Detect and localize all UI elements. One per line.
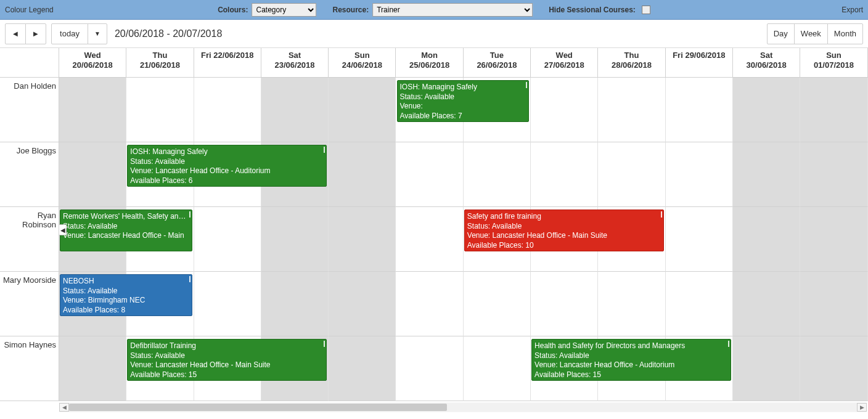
- timeslot-cell[interactable]: [329, 207, 396, 272]
- resource-cell: Simon Haynes: [0, 336, 59, 401]
- timeslot-cell[interactable]: [800, 272, 867, 336]
- prev-button[interactable]: ◀: [5, 23, 26, 44]
- timeslot-cell[interactable]: [666, 207, 733, 272]
- topbar-controls: Colours: Category Resource: Trainer Hide…: [218, 3, 650, 17]
- timeslot-cell[interactable]: [733, 142, 800, 207]
- chevron-left-icon: ◀: [13, 30, 18, 37]
- resource-cell: Ryan Robinson: [0, 207, 59, 272]
- column-header: Sun24/06/2018: [329, 48, 396, 78]
- column-header: Sat23/06/2018: [261, 48, 329, 78]
- column-header: Mon25/06/2018: [396, 48, 463, 78]
- today-dropdown-button[interactable]: ▼: [88, 23, 107, 44]
- timeslot-cell[interactable]: [733, 336, 800, 401]
- timeslot-cell[interactable]: [800, 142, 867, 207]
- timeslot-cell[interactable]: [261, 78, 329, 142]
- timeslot-cell[interactable]: [329, 142, 396, 207]
- nav-button-group: ◀ ▶: [5, 23, 46, 44]
- colours-label: Colours:: [218, 6, 248, 14]
- timeslot-cell[interactable]: [800, 78, 867, 142]
- timeslot-cell[interactable]: [464, 272, 531, 336]
- chevron-right-icon: ▶: [33, 30, 38, 37]
- timeslot-cell[interactable]: [464, 336, 531, 401]
- calendar-event[interactable]: Defibrillator TrainingStatus: AvailableV…: [127, 339, 327, 381]
- horizontal-scrollbar[interactable]: ◀ ▶: [59, 402, 867, 412]
- hide-sessional-label: Hide Sessional Courses:: [549, 6, 636, 14]
- timeslot-cell[interactable]: [531, 142, 598, 207]
- export-link[interactable]: Export: [841, 6, 863, 14]
- timeslot-cell[interactable]: [396, 142, 463, 207]
- header-corner: [0, 48, 59, 78]
- resource-cell: Dan Holden: [0, 78, 59, 142]
- hide-sessional-checkbox[interactable]: [642, 6, 650, 14]
- timeslot-cell[interactable]: [598, 142, 665, 207]
- today-button[interactable]: today: [51, 23, 88, 44]
- calendar-event[interactable]: Remote Workers' Health, Safety and Welfa…: [60, 210, 192, 251]
- timeslot-cell[interactable]: [329, 272, 396, 336]
- column-header: Wed20/06/2018: [59, 48, 126, 78]
- timeslot-cell[interactable]: [666, 142, 733, 207]
- scroll-left-icon[interactable]: ◀: [59, 403, 69, 412]
- timeslot-cell[interactable]: [59, 336, 126, 401]
- column-header: Tue26/06/2018: [464, 48, 531, 78]
- calendar-event[interactable]: Safety and fire trainingStatus: Availabl…: [464, 210, 664, 251]
- calendar-event[interactable]: NEBOSHStatus: AvailableVenue: Birmingham…: [60, 274, 192, 316]
- timeslot-cell[interactable]: [531, 78, 598, 142]
- timeslot-cell[interactable]: [329, 336, 396, 401]
- calendar-event[interactable]: IOSH: Managing SafelyStatus: AvailableVe…: [397, 80, 530, 122]
- timeslot-cell[interactable]: [733, 207, 800, 272]
- column-header: Sun01/07/2018: [800, 48, 867, 78]
- timeslot-cell[interactable]: [329, 78, 396, 142]
- view-switcher: Day Week Month: [767, 23, 863, 44]
- timeslot-cell[interactable]: [464, 142, 531, 207]
- timeslot-cell[interactable]: [800, 336, 867, 401]
- scheduler: Wed20/06/2018Thu21/06/2018Fri 22/06/2018…: [0, 48, 868, 401]
- timeslot-cell[interactable]: [396, 272, 463, 336]
- scroll-right-icon[interactable]: ▶: [857, 403, 867, 412]
- timeslot-cell[interactable]: [194, 207, 261, 272]
- timeslot-cell[interactable]: [598, 78, 665, 142]
- timeslot-cell[interactable]: [598, 272, 665, 336]
- column-header: Fri 22/06/2018: [194, 48, 261, 78]
- view-month-button[interactable]: Month: [827, 23, 863, 44]
- calendar-event[interactable]: IOSH: Managing SafelyStatus: AvailableVe…: [127, 145, 327, 187]
- column-header: Thu21/06/2018: [126, 48, 194, 78]
- timeslot-cell[interactable]: [194, 78, 261, 142]
- view-day-button[interactable]: Day: [767, 23, 795, 44]
- column-header: Fri 29/06/2018: [666, 48, 733, 78]
- timeslot-cell[interactable]: [261, 272, 329, 336]
- column-header: Wed27/06/2018: [531, 48, 598, 78]
- colours-select[interactable]: Category: [252, 3, 316, 17]
- resource-cell: Joe Bloggs: [0, 142, 59, 207]
- colour-legend-link[interactable]: Colour Legend: [5, 6, 54, 14]
- top-bar: Colour Legend Colours: Category Resource…: [0, 0, 868, 20]
- column-header: Sat30/06/2018: [733, 48, 800, 78]
- timeslot-cell[interactable]: [396, 336, 463, 401]
- today-button-group: today ▼: [51, 23, 107, 44]
- timeslot-cell[interactable]: [531, 272, 598, 336]
- timeslot-cell[interactable]: [733, 272, 800, 336]
- timeslot-cell[interactable]: [666, 272, 733, 336]
- timeslot-cell[interactable]: [800, 207, 867, 272]
- resource-cell: Mary Moorside: [0, 272, 59, 336]
- resource-select[interactable]: Trainer: [372, 3, 533, 17]
- date-range-label: 20/06/2018 - 20/07/2018: [115, 28, 222, 39]
- timeslot-cell[interactable]: [59, 78, 126, 142]
- timeslot-cell[interactable]: [261, 207, 329, 272]
- view-week-button[interactable]: Week: [794, 23, 828, 44]
- next-button[interactable]: ▶: [25, 23, 46, 44]
- timeslot-cell[interactable]: [396, 207, 463, 272]
- column-header: Thu28/06/2018: [598, 48, 665, 78]
- timeslot-cell[interactable]: [733, 78, 800, 142]
- calendar-event[interactable]: Health and Safety for Directors and Mana…: [531, 339, 731, 381]
- event-continues-left-icon[interactable]: ◀: [59, 224, 67, 235]
- chevron-down-icon: ▼: [94, 30, 100, 37]
- timeslot-cell[interactable]: [666, 78, 733, 142]
- timeslot-cell[interactable]: [194, 272, 261, 336]
- calendar-toolbar: ◀ ▶ today ▼ 20/06/2018 - 20/07/2018 Day …: [0, 20, 868, 48]
- resource-label: Resource:: [332, 6, 369, 14]
- timeslot-cell[interactable]: [59, 142, 126, 207]
- timeslot-cell[interactable]: [126, 78, 194, 142]
